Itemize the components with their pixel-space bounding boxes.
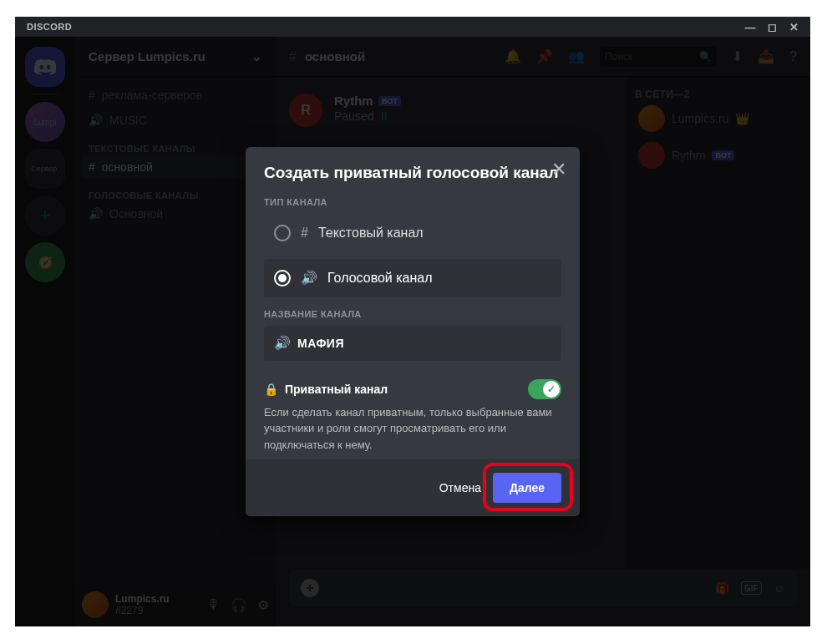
radio-checked-icon <box>274 270 291 287</box>
app-title: DISCORD <box>27 22 72 32</box>
speaker-icon: 🔊 <box>301 270 317 286</box>
channel-type-label: ТИП КАНАЛА <box>264 197 561 207</box>
hash-icon: # <box>301 226 308 241</box>
private-channel-toggle[interactable] <box>528 379 561 399</box>
modal-footer: Отмена Далее <box>246 459 580 516</box>
radio-unchecked-icon <box>274 225 291 241</box>
modal-title: Создать приватный голосовой канал <box>264 164 561 182</box>
private-channel-label: Приватный канал <box>285 383 388 396</box>
cancel-button[interactable]: Отмена <box>439 481 481 494</box>
private-channel-desc: Если сделать канал приватным, только выб… <box>264 404 561 454</box>
close-button[interactable]: ✕ <box>789 21 799 33</box>
title-bar: DISCORD — ◻ ✕ <box>15 17 810 37</box>
next-button[interactable]: Далее <box>493 473 561 503</box>
speaker-icon: 🔊 <box>274 335 291 351</box>
channel-name-input[interactable] <box>297 337 551 350</box>
lock-icon: 🔒 <box>264 383 278 396</box>
private-channel-row: 🔒 Приватный канал <box>264 379 561 399</box>
channel-name-input-wrap: 🔊 <box>264 326 561 361</box>
modal-overlay: ✕ Создать приватный голосовой канал ТИП … <box>15 37 810 626</box>
window-controls: — ◻ ✕ <box>745 21 799 33</box>
channel-type-text-label: Текстовый канал <box>318 226 424 241</box>
channel-type-text[interactable]: # Текстовый канал <box>264 214 561 252</box>
minimize-button[interactable]: — <box>745 21 757 33</box>
modal-close-button[interactable]: ✕ <box>551 159 566 180</box>
channel-type-voice[interactable]: 🔊 Голосовой канал <box>264 259 561 297</box>
discord-window: DISCORD — ◻ ✕ Lumpi Сервер. + 🧭 С <box>15 17 810 626</box>
maximize-button[interactable]: ◻ <box>768 21 778 33</box>
create-channel-modal: ✕ Создать приватный голосовой канал ТИП … <box>246 147 580 517</box>
channel-type-voice-label: Голосовой канал <box>327 271 433 286</box>
channel-name-label: НАЗВАНИЕ КАНАЛА <box>264 309 561 319</box>
app-body: Lumpi Сервер. + 🧭 Сервер Lumpics.ru ⌄ # … <box>15 37 810 626</box>
